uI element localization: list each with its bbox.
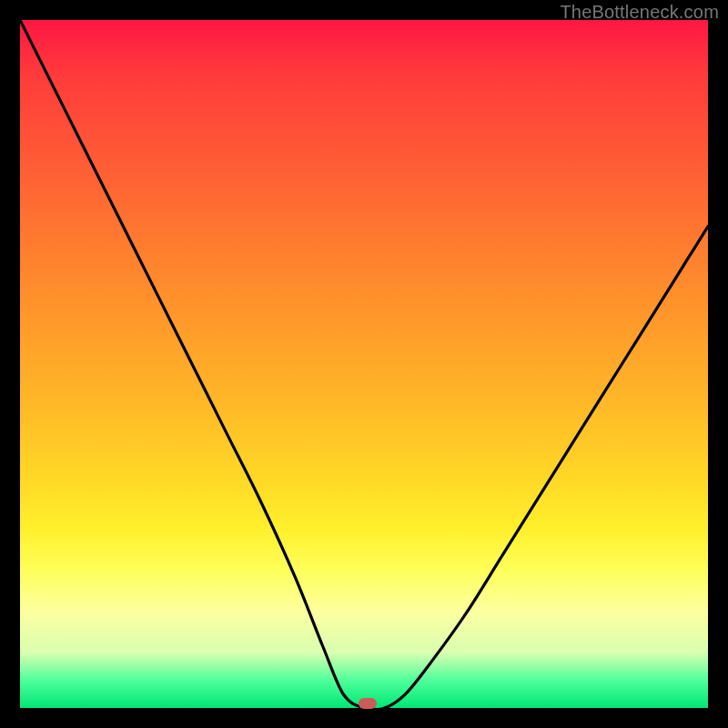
plot-area bbox=[20, 20, 708, 708]
optimum-marker bbox=[359, 698, 377, 709]
chart-frame: TheBottleneck.com bbox=[0, 0, 728, 728]
bottleneck-curve bbox=[20, 20, 708, 708]
